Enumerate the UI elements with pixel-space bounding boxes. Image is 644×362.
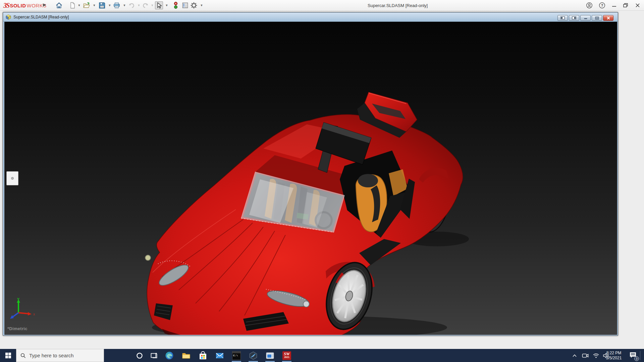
minimize-button[interactable] xyxy=(609,2,619,9)
open-document-dropdown[interactable]: ▼ xyxy=(93,4,96,7)
document-window: Supercar.SLDASM [Read-only] xyxy=(3,12,618,336)
toolbar-flyout-arrow-icon[interactable]: ▶ xyxy=(43,2,46,7)
edge-button[interactable] xyxy=(162,349,177,362)
tray-show-hidden-icons[interactable] xyxy=(570,349,580,362)
show-left-pane-button[interactable] xyxy=(557,15,568,21)
microsoft-store-button[interactable] xyxy=(196,349,210,362)
tray-meet-now[interactable] xyxy=(580,349,590,362)
edge-icon xyxy=(165,351,174,360)
doc-restore-icon xyxy=(595,16,599,20)
new-document-button[interactable] xyxy=(68,1,76,9)
triad-x-axis xyxy=(18,313,29,314)
reference-triad: Y x xyxy=(7,297,39,321)
doc-close-button[interactable] xyxy=(603,15,613,21)
brand-name-bold: SOLID xyxy=(10,3,26,8)
document-title: Supercar.SLDASM [Read-only] xyxy=(13,15,69,19)
save-icon xyxy=(98,2,106,9)
action-center-button[interactable]: 3 xyxy=(627,349,639,362)
wifi-icon xyxy=(593,353,599,358)
restore-down-icon xyxy=(623,2,629,8)
account-button[interactable] xyxy=(584,2,594,9)
ds-logo-icon: 3S xyxy=(3,2,9,9)
doc-minimize-button[interactable] xyxy=(580,15,591,21)
screen: 3S SOLIDWORKS ▶ ▼ ▼ xyxy=(0,0,644,362)
print-icon xyxy=(113,2,120,9)
undo-button[interactable] xyxy=(127,1,136,9)
solidworks-logo: 3S SOLIDWORKS xyxy=(3,2,47,9)
meet-now-camera-icon xyxy=(582,353,589,358)
undo-icon xyxy=(128,2,135,9)
help-icon: ? xyxy=(599,2,605,9)
taskbar-search-input[interactable]: Type here to search xyxy=(16,349,104,362)
rebuild-traffic-light-button[interactable] xyxy=(172,1,180,9)
help-button[interactable]: ? xyxy=(597,2,607,9)
traffic-light-icon xyxy=(172,1,179,9)
desktop-window-app-button[interactable] xyxy=(263,349,277,362)
task-pane-list-button[interactable] xyxy=(181,1,189,9)
cortana-button[interactable] xyxy=(132,349,147,362)
svg-text:?: ? xyxy=(601,3,603,7)
select-cursor-icon xyxy=(155,2,163,9)
taskbar: Type here to search xyxy=(0,349,644,362)
mail-button[interactable] xyxy=(212,349,227,362)
new-document-dropdown[interactable]: ▼ xyxy=(77,4,81,7)
print-button[interactable] xyxy=(113,1,121,9)
mail-icon xyxy=(215,351,224,360)
left-pane-icon xyxy=(560,16,565,19)
tray-clock[interactable]: 8:22 PM 3/5/2021 xyxy=(602,349,625,362)
settings-button[interactable] xyxy=(190,1,198,9)
tray-time: 8:22 PM xyxy=(606,351,622,356)
search-icon xyxy=(20,353,26,358)
feature-tree-collapse-tab[interactable] xyxy=(6,171,18,185)
solidworks-2021-button[interactable]: SW 2021 xyxy=(279,349,294,362)
file-explorer-button[interactable] xyxy=(179,349,194,362)
3d-model-supercar xyxy=(4,22,617,335)
open-document-button[interactable] xyxy=(83,1,91,9)
show-desktop-button[interactable] xyxy=(640,349,644,362)
home-button[interactable] xyxy=(55,1,63,9)
command-prompt-button[interactable]: C:\ xyxy=(229,349,244,362)
cortana-icon xyxy=(136,352,143,359)
start-button[interactable] xyxy=(0,349,16,362)
assembly-icon xyxy=(5,14,11,20)
doc-restore-button[interactable] xyxy=(592,15,602,21)
restore-down-button[interactable] xyxy=(621,2,631,9)
print-dropdown[interactable]: ▼ xyxy=(123,4,126,7)
graphics-viewport[interactable]: Y x *Dimetric xyxy=(4,22,617,335)
microsoft-store-icon xyxy=(199,351,207,360)
select-tool-button[interactable] xyxy=(155,1,163,9)
sw-icon-year: 2021 xyxy=(284,356,289,359)
triad-x-label: x xyxy=(33,312,35,316)
document-titlebar[interactable]: Supercar.SLDASM [Read-only] xyxy=(3,13,618,22)
main-titlebar: 3S SOLIDWORKS ▶ ▼ ▼ xyxy=(0,0,644,11)
notification-badge: 3 xyxy=(634,356,639,361)
options-list-icon xyxy=(181,2,189,9)
save-button[interactable] xyxy=(98,1,106,9)
task-view-icon xyxy=(151,352,157,359)
settings-dropdown[interactable]: ▼ xyxy=(200,4,203,7)
hexagon-tool-icon xyxy=(249,351,258,360)
home-icon xyxy=(55,2,63,9)
undo-dropdown[interactable]: ▼ xyxy=(137,4,141,7)
sw-icon-text: SW xyxy=(284,352,289,356)
search-placeholder: Type here to search xyxy=(29,353,74,358)
close-button[interactable] xyxy=(633,2,643,9)
collapse-tab-handle-icon xyxy=(11,177,14,180)
show-right-pane-button[interactable] xyxy=(569,15,579,21)
file-explorer-icon xyxy=(182,351,191,360)
main-window-title: Supercar.SLDASM [Read-only] xyxy=(368,3,428,8)
doc-close-icon xyxy=(606,16,610,20)
triad-y-label: Y xyxy=(17,297,20,301)
tray-network[interactable] xyxy=(591,349,601,362)
task-view-button[interactable] xyxy=(147,349,161,362)
cmd-label: C:\ xyxy=(233,354,238,357)
select-tool-dropdown[interactable]: ▼ xyxy=(165,4,168,7)
save-dropdown[interactable]: ▼ xyxy=(108,4,111,7)
open-folder-icon xyxy=(83,2,90,9)
redo-icon xyxy=(142,2,149,9)
hexagon-tool-button[interactable] xyxy=(246,349,261,362)
triad-z-axis xyxy=(12,313,18,317)
redo-button[interactable] xyxy=(142,1,150,9)
solidworks-app-icon: SW 2021 xyxy=(282,351,291,360)
redo-dropdown[interactable]: ▼ xyxy=(151,4,154,7)
